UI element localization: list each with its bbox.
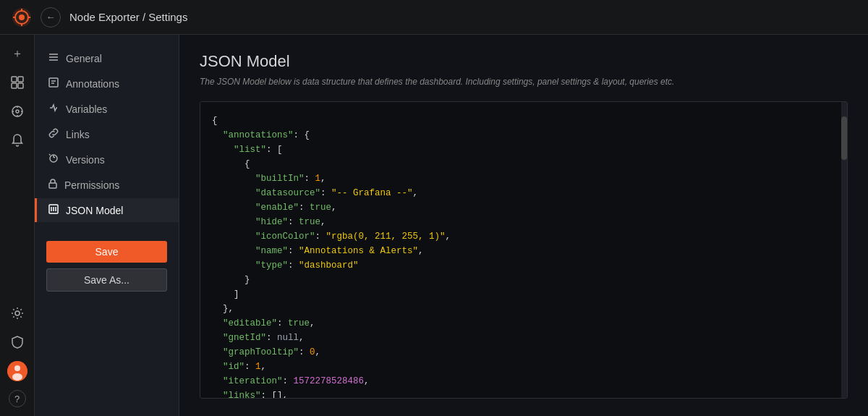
bell-icon[interactable] [3, 127, 32, 153]
svg-rect-9 [12, 83, 17, 88]
sidebar-label-json-model: JSON Model [66, 205, 123, 216]
sidebar-buttons: Save Save As... [35, 229, 179, 303]
icon-bar: ＋ [0, 35, 35, 416]
svg-rect-8 [18, 77, 23, 82]
scrollbar[interactable] [841, 102, 847, 398]
page-title: Node Exporter / Settings [69, 11, 187, 23]
sidebar-item-links[interactable]: Links [35, 122, 179, 146]
explore-icon[interactable] [3, 98, 32, 124]
sidebar-item-json-model[interactable]: JSON Model [35, 198, 179, 222]
svg-point-12 [16, 110, 19, 113]
content-area: JSON Model The JSON Model below is data … [179, 35, 868, 416]
svg-point-2 [19, 14, 25, 20]
svg-rect-10 [18, 83, 23, 88]
svg-rect-27 [49, 183, 56, 188]
versions-icon [48, 153, 59, 166]
json-editor[interactable]: { "annotations": { "list": [ { "builtIn"… [200, 101, 848, 399]
svg-rect-24 [49, 78, 58, 87]
svg-point-11 [12, 106, 22, 116]
dashboard-icon[interactable] [3, 69, 32, 95]
sidebar-label-links: Links [66, 129, 90, 140]
back-icon: ← [46, 12, 56, 22]
sidebar-item-variables[interactable]: Variables [35, 97, 179, 121]
gear-icon[interactable] [3, 300, 32, 326]
content-subtitle: The JSON Model below is data structure t… [200, 77, 848, 87]
avatar[interactable] [3, 358, 32, 384]
svg-point-17 [15, 311, 20, 315]
sidebar-label-general: General [66, 53, 102, 64]
help-icon[interactable]: ? [9, 390, 26, 407]
json-icon [48, 204, 59, 216]
svg-point-20 [12, 373, 22, 381]
sidebar-label-permissions: Permissions [64, 179, 119, 191]
save-button[interactable]: Save [46, 241, 167, 263]
links-icon [48, 128, 59, 140]
svg-point-19 [14, 365, 20, 371]
sidebar-item-permissions[interactable]: Permissions [35, 173, 179, 197]
back-button[interactable]: ← [41, 7, 61, 27]
svg-rect-7 [12, 77, 17, 82]
sidebar-label-variables: Variables [66, 103, 107, 115]
grafana-logo [12, 7, 32, 27]
sidebar-item-annotations[interactable]: Annotations [35, 72, 179, 95]
add-icon[interactable]: ＋ [3, 41, 32, 67]
sidebar-label-versions: Versions [66, 154, 105, 166]
shield-icon[interactable] [3, 329, 32, 355]
general-icon [48, 52, 59, 64]
variables-icon [48, 103, 59, 115]
scrollbar-thumb[interactable] [841, 116, 847, 160]
save-as-button[interactable]: Save As... [46, 268, 167, 292]
sidebar-item-general[interactable]: General [35, 46, 179, 70]
content-title: JSON Model [200, 52, 848, 71]
sidebar-label-annotations: Annotations [66, 78, 119, 90]
annotations-icon [48, 77, 59, 90]
main-layout: ＋ [0, 35, 868, 416]
lock-icon [48, 179, 57, 191]
sidebar: General Annotations Variables [35, 35, 179, 416]
sidebar-item-versions[interactable]: Versions [35, 148, 179, 171]
topbar: ← Node Exporter / Settings [0, 0, 868, 35]
